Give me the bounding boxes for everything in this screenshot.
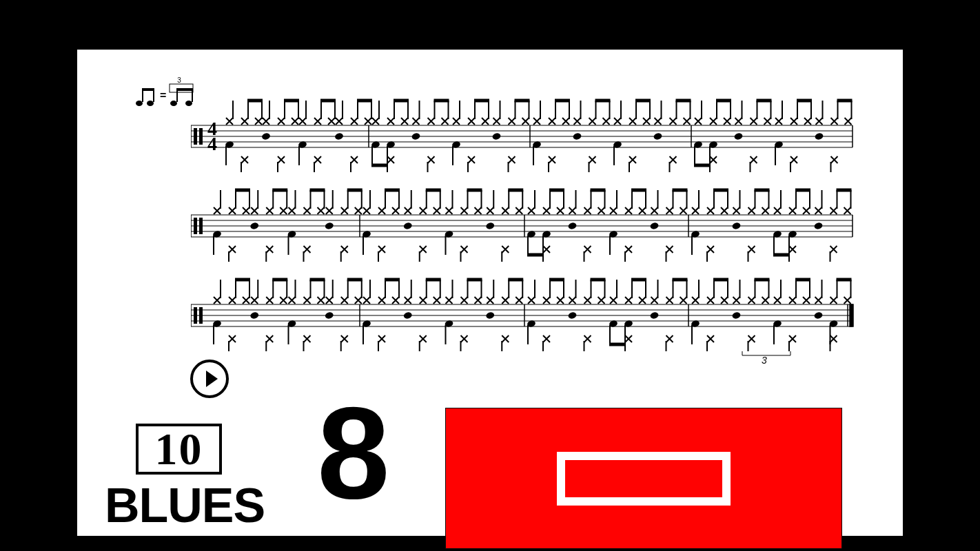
svg-point-91 <box>572 132 582 141</box>
svg-rect-262 <box>194 307 197 324</box>
lesson-number: 10 <box>155 423 203 475</box>
svg-rect-263 <box>199 307 203 324</box>
svg-point-362 <box>731 311 741 320</box>
svg-rect-141 <box>199 218 203 234</box>
staff-row-2 <box>191 180 856 270</box>
svg-point-65 <box>411 132 420 141</box>
lesson-number-badge: 10 <box>136 424 222 475</box>
svg-point-307 <box>403 311 413 320</box>
play-icon <box>206 371 218 387</box>
triplet-label: 3 <box>762 355 767 366</box>
svg-point-171 <box>325 222 334 230</box>
svg-point-294 <box>325 311 334 320</box>
svg-point-36 <box>261 132 271 141</box>
svg-point-8 <box>170 101 177 106</box>
svg-point-226 <box>649 222 659 230</box>
svg-text:3: 3 <box>177 77 181 84</box>
svg-point-375 <box>813 311 823 320</box>
svg-point-78 <box>491 132 501 141</box>
svg-rect-19 <box>199 128 203 145</box>
svg-point-104 <box>653 132 662 141</box>
svg-rect-140 <box>194 218 197 234</box>
svg-point-255 <box>813 222 823 230</box>
svg-point-184 <box>403 222 413 230</box>
svg-point-133 <box>814 132 824 141</box>
svg-point-239 <box>731 222 741 230</box>
timesig-bot: 4 <box>207 133 217 154</box>
svg-point-197 <box>485 222 495 230</box>
svg-point-281 <box>249 311 259 320</box>
red-panel[interactable] <box>445 408 842 549</box>
staff-row-3: 3 <box>191 270 856 366</box>
svg-rect-269 <box>850 304 853 326</box>
variation-number: 8 <box>317 387 385 518</box>
svg-point-158 <box>249 222 259 230</box>
play-button[interactable] <box>190 360 229 398</box>
svg-point-49 <box>334 132 344 141</box>
svg-point-213 <box>567 222 577 230</box>
svg-text:=: = <box>160 90 166 101</box>
svg-point-120 <box>733 132 743 141</box>
svg-point-333 <box>567 311 577 320</box>
red-panel-frame <box>557 452 731 506</box>
svg-point-320 <box>485 311 495 320</box>
svg-rect-18 <box>194 128 197 145</box>
staff-row-1: 4 4 <box>191 91 856 180</box>
svg-point-1 <box>147 101 154 106</box>
main-panel: = 3 4 <box>77 50 903 536</box>
svg-point-0 <box>136 101 143 106</box>
svg-point-349 <box>649 311 659 320</box>
style-label: BLUES <box>105 478 265 533</box>
